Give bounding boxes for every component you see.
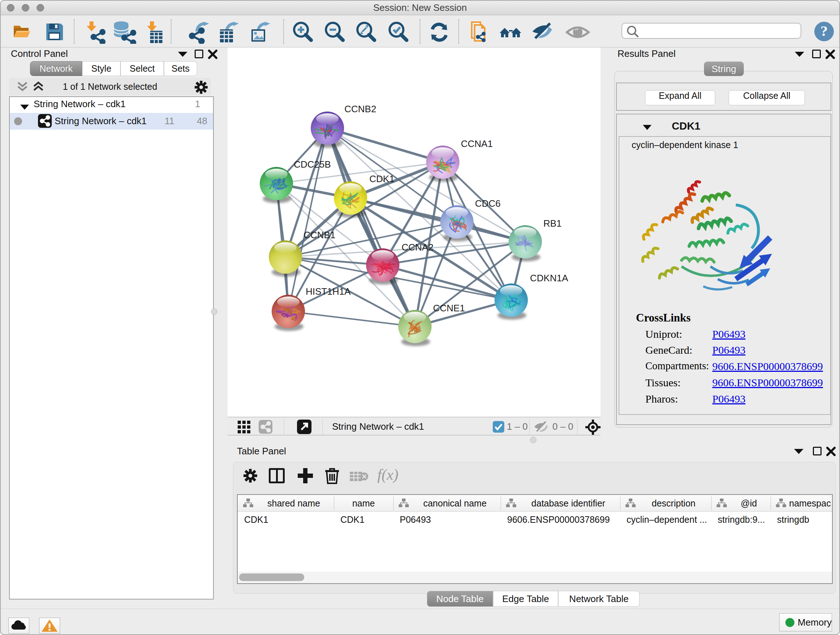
svg-text:RB1: RB1: [543, 218, 562, 229]
svg-text:CCNA2: CCNA2: [401, 242, 433, 253]
svg-text:HIST1H1A: HIST1H1A: [306, 286, 351, 297]
svg-text:CDC25B: CDC25B: [294, 159, 331, 170]
svg-text:CDKN1A: CDKN1A: [530, 272, 568, 283]
svg-text:CCNB2: CCNB2: [344, 103, 376, 114]
svg-text:?: ?: [821, 23, 828, 39]
svg-text:CCNE1: CCNE1: [433, 302, 465, 314]
svg-text:CDK1: CDK1: [369, 173, 394, 184]
svg-text:CCNB1: CCNB1: [303, 230, 335, 241]
svg-text:CDC6: CDC6: [475, 198, 501, 209]
svg-text:CCNA1: CCNA1: [461, 138, 493, 149]
